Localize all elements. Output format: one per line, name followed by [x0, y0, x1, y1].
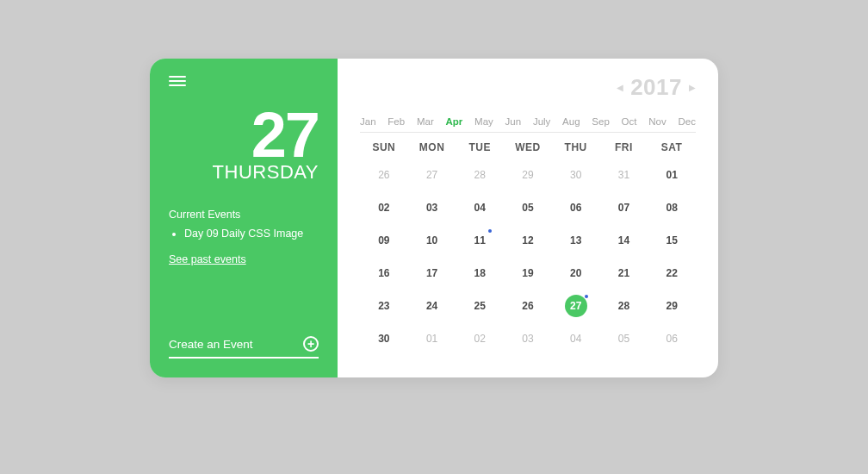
create-event-row[interactable]: Create an Event + — [169, 331, 319, 359]
day-cell[interactable]: 03 — [408, 191, 456, 224]
day-cell[interactable]: 01 — [648, 159, 696, 191]
plus-circle-icon: + — [303, 336, 319, 352]
month-july[interactable]: July — [533, 116, 550, 127]
event-dot-icon — [585, 295, 588, 298]
day-cell[interactable]: 19 — [504, 257, 552, 290]
month-oct[interactable]: Oct — [622, 116, 637, 127]
day-cell[interactable]: 23 — [360, 290, 408, 322]
current-events: Current Events Day 09 Daily CSS Image — [169, 209, 319, 240]
weekday-mon: MON — [408, 141, 456, 153]
day-cell[interactable]: 04 — [552, 322, 600, 355]
selected-day-name: THURSDAY — [169, 165, 319, 181]
day-grid: 2627282930310102030405060708091011121314… — [360, 159, 696, 355]
current-events-list: Day 09 Daily CSS Image — [184, 228, 319, 240]
day-cell[interactable]: 17 — [408, 257, 456, 290]
weekday-sat: SAT — [648, 141, 696, 153]
day-cell[interactable]: 30 — [360, 322, 408, 355]
day-cell[interactable]: 28 — [600, 290, 648, 322]
day-cell[interactable]: 28 — [456, 159, 504, 191]
event-item[interactable]: Day 09 Daily CSS Image — [184, 228, 319, 240]
month-aug[interactable]: Aug — [562, 116, 580, 127]
event-dot-icon — [488, 229, 492, 233]
month-nov[interactable]: Nov — [648, 116, 666, 127]
month-feb[interactable]: Feb — [388, 116, 405, 127]
day-cell[interactable]: 25 — [456, 290, 504, 322]
current-events-heading: Current Events — [169, 209, 319, 221]
day-cell[interactable]: 26 — [360, 159, 408, 191]
weekday-header: SUNMONTUEWEDTHUFRISAT — [360, 141, 696, 153]
day-cell[interactable]: 14 — [600, 224, 648, 257]
day-cell[interactable]: 11 — [456, 224, 504, 257]
day-cell[interactable]: 09 — [360, 224, 408, 257]
month-sep[interactable]: Sep — [592, 116, 609, 127]
month-dec[interactable]: Dec — [678, 116, 695, 127]
month-mar[interactable]: Mar — [417, 116, 434, 127]
day-cell[interactable]: 21 — [600, 257, 648, 290]
day-cell[interactable]: 18 — [456, 257, 504, 290]
day-cell[interactable]: 29 — [504, 159, 552, 191]
day-cell[interactable]: 12 — [504, 224, 552, 257]
calendar-panel: ◀ 2017 ▶ JanFebMarAprMayJunJulyAugSepOct… — [338, 59, 718, 377]
month-jan[interactable]: Jan — [360, 116, 376, 127]
day-cell[interactable]: 31 — [600, 159, 648, 191]
day-cell[interactable]: 05 — [600, 322, 648, 355]
day-cell[interactable]: 20 — [552, 257, 600, 290]
day-cell[interactable]: 03 — [504, 322, 552, 355]
month-selector: JanFebMarAprMayJunJulyAugSepOctNovDec — [360, 116, 696, 133]
day-cell[interactable]: 10 — [408, 224, 456, 257]
day-cell[interactable]: 01 — [408, 322, 456, 355]
day-cell[interactable]: 29 — [648, 290, 696, 322]
side-panel: 27 THURSDAY Current Events Day 09 Daily … — [150, 59, 338, 377]
day-cell[interactable]: 04 — [456, 191, 504, 224]
weekday-fri: FRI — [600, 141, 648, 153]
weekday-wed: WED — [504, 141, 552, 153]
selected-date-display: 27 THURSDAY — [169, 109, 319, 181]
menu-icon[interactable] — [169, 76, 186, 86]
year-selector: ◀ 2017 ▶ — [360, 74, 696, 101]
create-event-label: Create an Event — [169, 338, 253, 351]
day-cell[interactable]: 05 — [504, 191, 552, 224]
day-cell[interactable]: 26 — [504, 290, 552, 322]
weekday-sun: SUN — [360, 141, 408, 153]
see-past-events-link[interactable]: See past events — [169, 253, 319, 265]
day-cell[interactable]: 16 — [360, 257, 408, 290]
year-label: 2017 — [630, 74, 682, 101]
day-cell[interactable]: 06 — [648, 322, 696, 355]
calendar-card: 27 THURSDAY Current Events Day 09 Daily … — [150, 59, 718, 377]
selected-day-number: 27 — [169, 109, 319, 163]
month-apr[interactable]: Apr — [445, 116, 462, 127]
day-cell[interactable]: 30 — [552, 159, 600, 191]
day-cell[interactable]: 22 — [648, 257, 696, 290]
day-cell[interactable]: 27 — [552, 290, 600, 322]
weekday-thu: THU — [552, 141, 600, 153]
next-year-arrow-icon[interactable]: ▶ — [689, 83, 696, 92]
day-cell[interactable]: 15 — [648, 224, 696, 257]
month-jun[interactable]: Jun — [505, 116, 522, 127]
month-may[interactable]: May — [474, 116, 493, 127]
day-cell[interactable]: 27 — [408, 159, 456, 191]
day-cell[interactable]: 07 — [600, 191, 648, 224]
day-cell[interactable]: 08 — [648, 191, 696, 224]
weekday-tue: TUE — [456, 141, 504, 153]
day-cell[interactable]: 06 — [552, 191, 600, 224]
prev-year-arrow-icon[interactable]: ◀ — [617, 83, 623, 92]
day-cell[interactable]: 13 — [552, 224, 600, 257]
day-cell[interactable]: 02 — [360, 191, 408, 224]
day-cell[interactable]: 02 — [456, 322, 504, 355]
day-cell[interactable]: 24 — [408, 290, 456, 322]
